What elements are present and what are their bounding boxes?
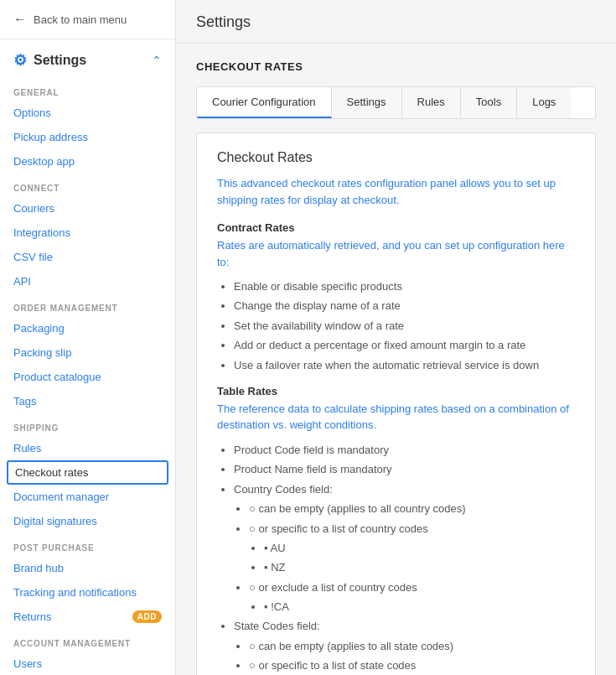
sidebar-item-label-returns: Returns [13,610,52,623]
sidebar-item-tags[interactable]: Tags [0,389,175,413]
table-bullet-2: Product Name field is mandatory [234,460,575,479]
contract-rates-title: Contract Rates [217,221,575,234]
sidebar-item-couriers[interactable]: Couriers [0,196,175,221]
chevron-up-icon: ⌃ [152,54,162,67]
sidebar-item-returns[interactable]: ReturnsADD [0,605,175,629]
sidebar-item-users[interactable]: Users [0,652,175,675]
sidebar: ← Back to main menu ⚙ Settings ⌃ GENERAL… [0,0,176,675]
content-card: Checkout Rates This advanced checkout ra… [196,132,596,675]
sidebar-section-label-general: GENERAL [0,78,175,101]
main-header: Settings [176,0,616,44]
contract-bullets: Enable or disable specific productsChang… [234,277,575,375]
country-NZ: NZ [264,558,575,577]
table-bullet-1: Product Code field is mandatory [234,440,575,460]
back-to-main-menu[interactable]: ← Back to main menu [0,0,175,39]
sidebar-item-pickup-address[interactable]: Pickup address [0,125,175,149]
card-intro: This advanced checkout rates configurati… [217,175,575,208]
contract-bullet-0: Enable or disable specific products [234,277,575,296]
contract-bullet-3: Add or deduct a percentage or fixed amou… [234,335,575,355]
sidebar-item-label-options: Options [13,106,51,119]
sidebar-item-options[interactable]: Options [0,101,175,125]
contract-bullet-4: Use a failover rate when the automatic r… [234,356,575,375]
tab-rules[interactable]: Rules [402,87,461,118]
sidebar-item-label-checkout-rates: Checkout rates [15,466,88,479]
sidebar-item-tracking-notifications[interactable]: Tracking and notifications [0,580,175,605]
contract-bullet-2: Set the availability window of a rate [234,316,575,335]
state-sub-list: can be empty (applies to all state codes… [249,636,575,675]
sidebar-item-label-pickup-address: Pickup address [13,131,88,143]
sidebar-item-rules[interactable]: Rules [0,436,175,460]
sidebar-item-label-integrations: Integrations [13,226,70,239]
tab-logs[interactable]: Logs [517,87,571,118]
state-sub-1: can be empty (applies to all state codes… [249,636,575,656]
country-sub-list: can be empty (applies to all country cod… [249,499,575,616]
back-arrow-icon: ← [13,12,27,27]
tab-settings[interactable]: Settings [332,87,402,118]
sidebar-sections: GENERALOptionsPickup addressDesktop appC… [0,78,175,675]
contract-rates-body: Rates are automatically retrieved, and y… [217,237,575,270]
table-rates-body: The reference data to calculate shipping… [217,401,575,434]
country-AU: AU [264,538,575,558]
sidebar-item-label-users: Users [13,657,42,670]
sidebar-section-label-post-purchase: POST PURCHASE [0,533,175,556]
settings-header: ⚙ Settings ⌃ [0,39,175,78]
sidebar-item-digital-signatures[interactable]: Digital signatures [0,509,175,533]
sidebar-item-label-tracking-notifications: Tracking and notifications [13,586,137,599]
card-title: Checkout Rates [217,150,575,165]
state-codes-bullet: State Codes field: can be empty (applies… [234,616,575,675]
state-sub-2: or specific to a list of state codes [249,656,575,675]
sidebar-item-packaging[interactable]: Packaging [0,316,175,340]
sidebar-item-label-tags: Tags [13,395,36,408]
table-rates-title: Table Rates [217,385,575,397]
sidebar-item-label-brand-hub: Brand hub [13,562,64,574]
sidebar-item-document-manager[interactable]: Document manager [0,485,175,509]
sidebar-item-label-couriers: Couriers [13,202,54,215]
settings-label: Settings [34,53,86,68]
sidebar-item-label-csv-file: CSV file [13,251,53,263]
sidebar-item-label-api: API [13,275,31,288]
country-exclude-list: !CA [264,597,575,616]
sidebar-item-label-digital-signatures: Digital signatures [13,515,97,527]
tabs-bar: Courier ConfigurationSettingsRulesToolsL… [196,86,596,119]
sidebar-item-csv-file[interactable]: CSV file [0,245,175,269]
main-content: Settings CHECKOUT RATES Courier Configur… [176,0,616,675]
sidebar-section-label-connect: CONNECT [0,174,175,196]
sidebar-item-brand-hub[interactable]: Brand hub [0,556,175,580]
tab-tools[interactable]: Tools [461,87,517,118]
sidebar-item-product-catalogue[interactable]: Product catalogue [0,365,175,389]
country-sub-1: can be empty (applies to all country cod… [249,499,575,518]
table-bullet-3: Country Codes field: can be empty (appli… [234,480,575,617]
gear-icon: ⚙ [13,51,27,70]
back-label: Back to main menu [34,13,127,26]
sidebar-section-label-order-management: ORDER MANAGEMENT [0,293,175,316]
sidebar-section-label-account-management: ACCOUNT MANAGEMENT [0,629,175,652]
sidebar-item-label-desktop-app: Desktop app [13,155,75,168]
country-sub-3: or exclude a list of country codes !CA [249,578,575,617]
sidebar-item-label-packaging: Packaging [13,322,65,335]
country-CA-excl: !CA [264,597,575,616]
sidebar-item-checkout-rates[interactable]: Checkout rates [7,460,168,485]
tab-courier-configuration[interactable]: Courier Configuration [197,87,332,118]
sidebar-item-label-document-manager: Document manager [13,491,109,503]
sidebar-item-label-rules: Rules [13,442,41,454]
sidebar-item-label-product-catalogue: Product catalogue [13,371,101,383]
sidebar-item-integrations[interactable]: Integrations [0,221,175,245]
sidebar-item-label-packing-slip: Packing slip [13,346,71,359]
country-sub-sub-list: AU NZ [264,538,575,578]
sidebar-item-api[interactable]: API [0,269,175,293]
badge-add-returns: ADD [132,610,162,623]
country-sub-2: or specific to a list of country codes A… [249,519,575,578]
table-bullets: Product Code field is mandatory Product … [234,440,575,675]
sidebar-item-packing-slip[interactable]: Packing slip [0,340,175,365]
main-body: CHECKOUT RATES Courier ConfigurationSett… [176,44,616,675]
sidebar-section-label-shipping: SHIPPING [0,413,175,436]
settings-title: ⚙ Settings [13,51,86,70]
section-title: CHECKOUT RATES [196,60,596,73]
sidebar-item-desktop-app[interactable]: Desktop app [0,149,175,174]
main-header-title: Settings [196,13,596,31]
contract-bullet-1: Change the display name of a rate [234,296,575,315]
